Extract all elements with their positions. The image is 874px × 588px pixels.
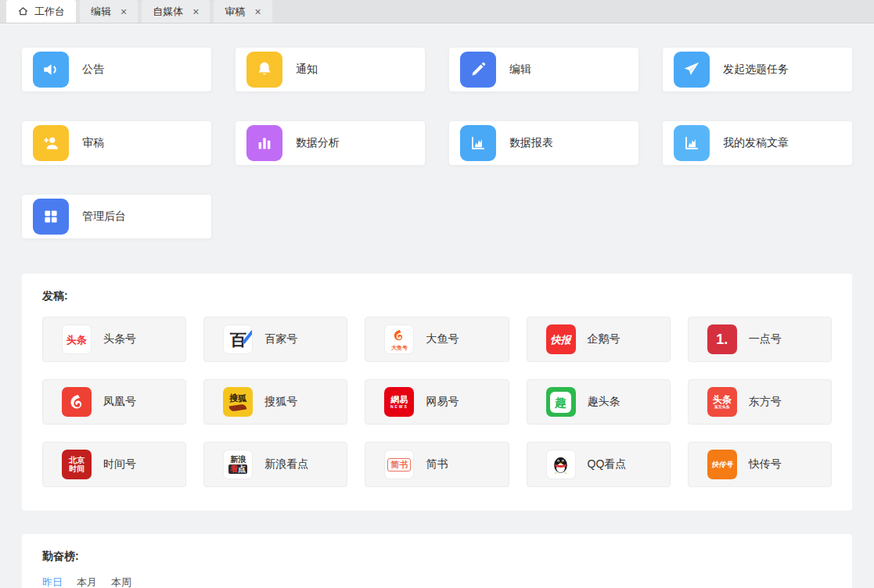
filter-this-week[interactable]: 本周 bbox=[111, 575, 131, 588]
sina-kandian-logo-icon: 新浪 看点 bbox=[223, 450, 253, 479]
channel-label: 头条号 bbox=[103, 332, 136, 346]
grid-icon bbox=[33, 199, 69, 235]
bjtime-logo-icon: 北京 时间 bbox=[62, 450, 92, 479]
channel-label: QQ看点 bbox=[588, 457, 627, 471]
home-icon bbox=[17, 5, 29, 17]
channel-label: 简书 bbox=[426, 457, 448, 471]
speaker-icon bbox=[33, 52, 69, 88]
phoenix-logo-icon bbox=[62, 387, 92, 417]
channel-jianshu[interactable]: 简书 简书 bbox=[365, 442, 509, 487]
card-label: 公告 bbox=[82, 63, 104, 77]
channel-kuaichuan[interactable]: 快传号 快传号 bbox=[688, 442, 832, 487]
card-label: 审稿 bbox=[82, 136, 104, 150]
tab-bar: 工作台 编辑 × 自媒体 × 审稿 × bbox=[0, 0, 874, 23]
rank-title: 勤奋榜: bbox=[42, 550, 832, 564]
area-chart-icon bbox=[674, 125, 710, 161]
channel-souhu[interactable]: 搜狐 搜狐号 bbox=[203, 379, 347, 425]
fox-tail-icon bbox=[229, 403, 247, 411]
channel-shijian[interactable]: 北京 时间 时间号 bbox=[42, 442, 186, 487]
channel-label: 趣头条 bbox=[588, 395, 620, 409]
baijia-logo-icon: 百 bbox=[223, 324, 253, 354]
publish-title: 发稿: bbox=[42, 289, 832, 303]
phoenix-swirl-icon bbox=[67, 393, 86, 411]
card-data-report[interactable]: 数据报表 bbox=[449, 121, 638, 165]
bell-icon bbox=[246, 52, 282, 88]
tab-label: 工作台 bbox=[34, 5, 65, 19]
channel-yidian[interactable]: 1. 一点号 bbox=[688, 317, 832, 362]
dongfang-logo-icon: 头条 东方头条 bbox=[707, 387, 737, 417]
filter-yesterday[interactable]: 昨日 bbox=[42, 575, 63, 588]
yidian-logo-icon: 1. bbox=[707, 324, 737, 354]
channel-fenghuang[interactable]: 凤凰号 bbox=[42, 379, 186, 425]
tab-label: 审稿 bbox=[225, 5, 245, 19]
channel-label: 快传号 bbox=[749, 457, 782, 471]
kuaibao-logo-icon: 快报 bbox=[546, 324, 576, 354]
close-tab-icon[interactable]: × bbox=[120, 6, 127, 17]
card-review[interactable]: 审稿 bbox=[22, 121, 211, 165]
card-start-topic-task[interactable]: 发起选题任务 bbox=[663, 48, 852, 91]
card-announcement[interactable]: 公告 bbox=[22, 48, 211, 91]
publish-panel: 发稿: 头条 头条号 百 百家号 大鱼号 大鱼号 快报 企鹅号 bbox=[22, 274, 852, 511]
channel-label: 企鹅号 bbox=[588, 332, 620, 346]
tab-label: 自媒体 bbox=[153, 5, 183, 19]
tab-review[interactable]: 审稿 × bbox=[214, 0, 272, 23]
card-admin-console[interactable]: 管理后台 bbox=[22, 195, 211, 238]
tab-workbench[interactable]: 工作台 bbox=[6, 0, 76, 23]
publish-channels: 头条 头条号 百 百家号 大鱼号 大鱼号 快报 企鹅号 1. bbox=[42, 317, 832, 487]
channel-label: 时间号 bbox=[103, 457, 136, 471]
fish-swirl-icon bbox=[391, 328, 407, 344]
channel-qq-kandian[interactable]: QQ看点 bbox=[527, 442, 671, 487]
dayu-logo-icon: 大鱼号 bbox=[384, 324, 414, 354]
channel-label: 一点号 bbox=[749, 332, 782, 346]
channel-label: 大鱼号 bbox=[426, 332, 459, 346]
card-label: 管理后台 bbox=[82, 210, 126, 224]
channel-qutoutiao[interactable]: 趣 趣头条 bbox=[527, 379, 671, 425]
tab-edit[interactable]: 编辑 × bbox=[80, 0, 138, 23]
tab-media[interactable]: 自媒体 × bbox=[142, 0, 210, 23]
card-label: 发起选题任务 bbox=[723, 63, 789, 77]
close-tab-icon[interactable]: × bbox=[192, 6, 199, 17]
action-cards: 公告 通知 编辑 发起选题任务 审稿 数据分析 数据报表 bbox=[22, 48, 852, 238]
card-edit[interactable]: 编辑 bbox=[449, 48, 638, 91]
diligence-rank-panel: 勤奋榜: 昨日 本月 本周 bbox=[22, 534, 852, 588]
area-chart-icon bbox=[460, 125, 496, 161]
paper-plane-icon bbox=[674, 52, 710, 88]
channel-toutiao[interactable]: 头条 头条号 bbox=[42, 317, 186, 362]
card-label: 数据报表 bbox=[509, 136, 553, 150]
channel-dayu[interactable]: 大鱼号 大鱼号 bbox=[365, 317, 509, 362]
tab-label: 编辑 bbox=[91, 5, 111, 19]
channel-label: 东方号 bbox=[749, 395, 782, 409]
rank-filters: 昨日 本月 本周 bbox=[42, 575, 832, 588]
netease-logo-icon: 網易 NEWS bbox=[384, 387, 414, 417]
qutoutiao-logo-icon: 趣 bbox=[546, 387, 576, 417]
sohu-logo-icon: 搜狐 bbox=[223, 387, 253, 417]
card-label: 编辑 bbox=[509, 63, 531, 77]
close-tab-icon[interactable]: × bbox=[254, 6, 261, 17]
card-notification[interactable]: 通知 bbox=[236, 48, 425, 91]
jianshu-logo-icon: 简书 bbox=[384, 450, 414, 479]
channel-baijia[interactable]: 百 百家号 bbox=[203, 317, 347, 362]
card-label: 通知 bbox=[296, 63, 318, 77]
pencil-icon bbox=[460, 52, 496, 88]
bar-chart-icon bbox=[246, 125, 282, 161]
card-my-published-articles[interactable]: 我的发稿文章 bbox=[663, 121, 852, 165]
filter-this-month[interactable]: 本月 bbox=[77, 575, 97, 588]
channel-label: 网易号 bbox=[426, 395, 459, 409]
channel-qie[interactable]: 快报 企鹅号 bbox=[527, 317, 671, 362]
channel-label: 新浪看点 bbox=[264, 457, 308, 471]
channel-label: 凤凰号 bbox=[103, 395, 136, 409]
kuaichuan-logo-icon: 快传号 bbox=[707, 450, 737, 479]
qq-penguin-icon bbox=[546, 450, 576, 479]
channel-wangyi[interactable]: 網易 NEWS 网易号 bbox=[365, 379, 509, 425]
channel-sina-kandian[interactable]: 新浪 看点 新浪看点 bbox=[203, 442, 347, 487]
card-label: 我的发稿文章 bbox=[723, 136, 789, 150]
toutiao-logo-icon: 头条 bbox=[62, 324, 92, 354]
user-add-icon bbox=[33, 125, 69, 161]
channel-dongfang[interactable]: 头条 东方头条 东方号 bbox=[688, 379, 832, 425]
channel-label: 百家号 bbox=[264, 332, 297, 346]
channel-label: 搜狐号 bbox=[264, 395, 297, 409]
card-label: 数据分析 bbox=[296, 136, 340, 150]
card-data-analysis[interactable]: 数据分析 bbox=[236, 121, 425, 165]
